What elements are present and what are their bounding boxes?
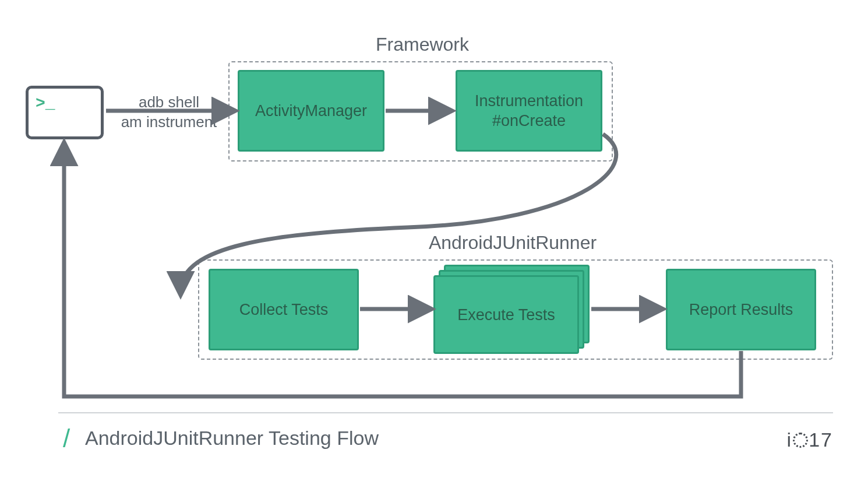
adb-line2: am instrument <box>111 112 227 132</box>
terminal-prompt: >_ <box>36 94 55 113</box>
node-report-results: Report Results <box>666 269 816 350</box>
node-report-label: Report Results <box>689 300 793 320</box>
node-activity-manager: ActivityManager <box>238 70 384 152</box>
logo-o-icon <box>793 433 808 448</box>
footer-slash-icon: / <box>63 424 70 453</box>
adb-line1: adb shell <box>111 92 227 112</box>
footer-divider <box>58 412 833 413</box>
node-execute-label: Execute Tests <box>457 305 555 325</box>
node-instrumentation-line1: Instrumentation <box>475 91 583 111</box>
logo-17: 17 <box>809 429 833 451</box>
node-collect-label: Collect Tests <box>239 300 329 320</box>
node-execute-tests: Execute Tests <box>433 275 579 354</box>
adb-command-label: adb shell am instrument <box>111 92 227 132</box>
runner-group-title: AndroidJUnitRunner <box>414 232 612 254</box>
node-activity-manager-label: ActivityManager <box>255 101 367 121</box>
logo-i: i <box>787 429 793 451</box>
framework-group-title: Framework <box>364 34 481 55</box>
terminal-icon: >_ <box>26 86 104 139</box>
node-instrumentation-line2: #onCreate <box>475 111 583 131</box>
footer-title: AndroidJUnitRunner Testing Flow <box>85 427 379 450</box>
io17-logo: i17 <box>787 429 833 451</box>
node-instrumentation: Instrumentation #onCreate <box>456 70 602 152</box>
node-collect-tests: Collect Tests <box>209 269 359 350</box>
